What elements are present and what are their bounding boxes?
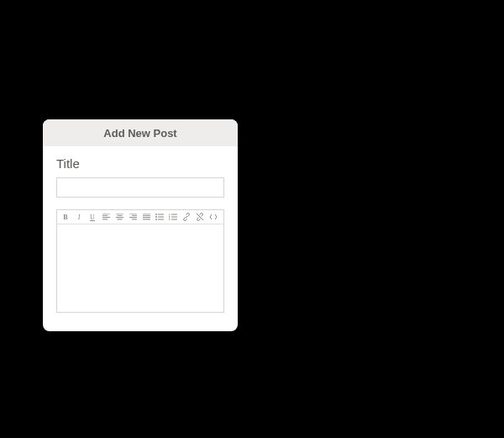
ordered-list-icon (169, 214, 177, 220)
bold-button[interactable]: B (59, 211, 72, 223)
align-justify-icon (143, 214, 150, 220)
link-icon (182, 213, 191, 221)
italic-icon: I (78, 214, 81, 221)
svg-point-1 (155, 216, 157, 218)
unlink-button[interactable] (193, 211, 207, 223)
align-left-icon (102, 214, 110, 220)
align-left-button[interactable] (99, 211, 113, 223)
bold-icon: B (63, 214, 67, 221)
code-button[interactable] (207, 211, 220, 223)
svg-point-2 (155, 219, 157, 220)
link-button[interactable] (180, 211, 193, 223)
align-justify-button[interactable] (139, 211, 153, 223)
panel-body: Title B I U (43, 146, 238, 326)
body-textarea[interactable] (57, 224, 223, 309)
align-right-button[interactable] (126, 211, 139, 223)
align-right-icon (129, 214, 137, 220)
ordered-list-button[interactable] (166, 211, 180, 223)
panel-header: Add New Post (43, 119, 238, 146)
title-label: Title (56, 156, 224, 171)
svg-point-0 (155, 214, 157, 215)
unordered-list-icon (155, 214, 164, 220)
panel-title: Add New Post (103, 127, 176, 140)
code-icon (209, 214, 218, 220)
underline-button[interactable]: U (86, 211, 99, 223)
editor-toolbar: B I U (57, 210, 223, 224)
title-input[interactable] (56, 177, 224, 198)
italic-button[interactable]: I (72, 211, 86, 223)
unlink-icon (196, 213, 204, 221)
add-post-panel: Add New Post Title B I U (43, 119, 238, 331)
align-center-icon (116, 214, 123, 220)
underline-icon: U (90, 214, 95, 221)
unordered-list-button[interactable] (153, 211, 166, 223)
align-center-button[interactable] (113, 211, 126, 223)
rich-text-editor: B I U (56, 209, 224, 313)
